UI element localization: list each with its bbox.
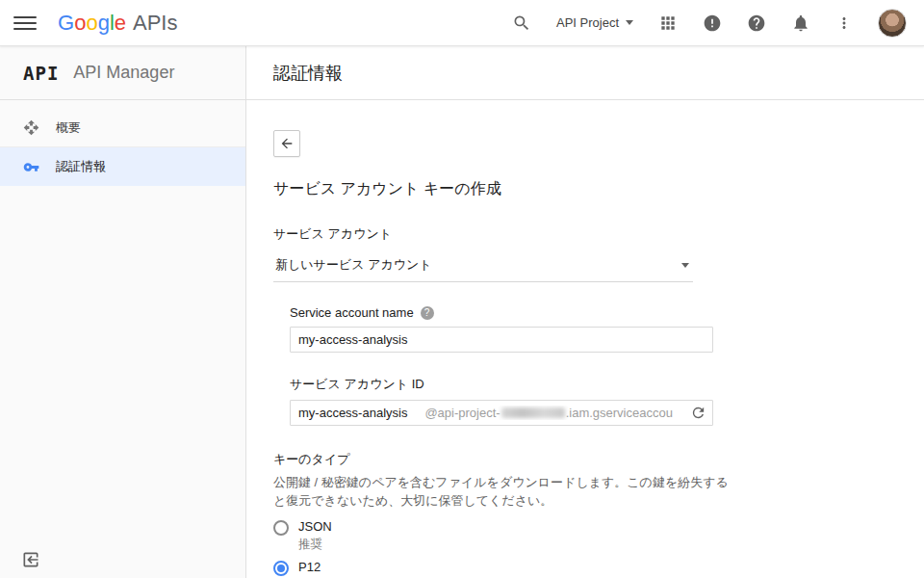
sidebar-item-credentials[interactable]: 認証情報 — [0, 147, 245, 186]
service-account-section: サービス アカウント 新しいサービス アカウント Service account… — [273, 225, 897, 426]
page-header: 認証情報 — [246, 46, 924, 100]
service-account-label: サービス アカウント — [273, 225, 897, 243]
arrow-back-icon — [279, 136, 295, 151]
overview-icon — [23, 119, 39, 136]
logo-letter: G — [58, 11, 74, 36]
page-header-title: 認証情報 — [273, 62, 343, 85]
key-type-description: 公開鍵 / 秘密鍵のペアを含むファイルをダウンロードします。この鍵を紛失すると復… — [273, 474, 733, 511]
service-account-name-input[interactable] — [290, 327, 713, 353]
service-account-id-label: サービス アカウント ID — [290, 376, 424, 393]
main-area: 認証情報 サービス アカウント キーの作成 サービス アカウント 新しいサービス… — [246, 46, 924, 578]
chevron-down-icon — [626, 20, 633, 25]
refresh-icon[interactable] — [690, 405, 706, 421]
help-icon[interactable]: ? — [421, 306, 434, 320]
sidebar-title: API Manager — [73, 63, 174, 83]
service-account-name-label: Service account name — [290, 305, 414, 320]
content: サービス アカウント キーの作成 サービス アカウント 新しいサービス アカウン… — [246, 100, 924, 578]
logo-suffix: APIs — [133, 11, 177, 36]
collapse-sidebar-icon[interactable] — [21, 550, 40, 569]
radio-option-label: JSON — [298, 519, 332, 534]
project-selector[interactable]: API Project — [556, 15, 633, 30]
sidebar-item-overview[interactable]: 概要 — [0, 109, 245, 147]
id-domain-suffix: .iam.gserviceaccou — [566, 406, 673, 420]
avatar[interactable] — [878, 9, 907, 38]
sidebar-item-label: 概要 — [56, 119, 81, 137]
key-type-label: キーのタイプ — [273, 451, 897, 468]
radio-option-description: 推奨 — [298, 537, 332, 553]
radio-icon-selected[interactable] — [273, 561, 289, 576]
apps-grid-icon[interactable] — [658, 13, 678, 33]
service-account-id-value: my-access-analysis — [298, 406, 407, 420]
service-account-id-domain: @api-project- .iam.gserviceaccou — [424, 406, 673, 420]
blurred-project-number — [501, 407, 565, 418]
service-account-id-field[interactable]: my-access-analysis @api-project- .iam.gs… — [290, 400, 713, 426]
sidebar-header: API API Manager — [0, 46, 245, 100]
back-button[interactable] — [273, 130, 300, 157]
google-apis-logo: G o o g l e APIs — [58, 11, 177, 36]
id-domain-prefix: @api-project- — [424, 406, 500, 420]
service-account-select[interactable]: 新しいサービス アカウント — [273, 251, 693, 282]
topbar: G o o g l e APIs API Project — [0, 0, 924, 46]
radio-option-json[interactable]: JSON 推奨 — [273, 519, 897, 553]
key-type-section: キーのタイプ 公開鍵 / 秘密鍵のペアを含むファイルをダウンロードします。この鍵… — [273, 451, 897, 578]
sidebar: API API Manager 概要 認証情報 — [0, 46, 246, 578]
help-icon[interactable] — [747, 13, 766, 33]
logo-letter: e — [115, 11, 126, 36]
more-vert-icon[interactable] — [835, 13, 853, 33]
logo-letter: g — [98, 11, 110, 36]
page-title: サービス アカウント キーの作成 — [273, 179, 897, 199]
radio-option-p12[interactable]: P12 P12 形式を使用したコードとの下位互換性を目的としています — [273, 560, 897, 578]
radio-option-label: P12 — [298, 560, 640, 574]
notifications-bell-icon[interactable] — [791, 13, 810, 33]
logo-letter: o — [86, 11, 97, 36]
key-type-options: JSON 推奨 P12 P12 形式を使用したコードとの下位互換性を目的としてい… — [273, 519, 897, 578]
chevron-down-icon — [681, 263, 689, 268]
menu-icon[interactable] — [13, 12, 37, 35]
sidebar-item-label: 認証情報 — [56, 158, 106, 175]
key-icon — [23, 159, 39, 175]
search-icon[interactable] — [512, 13, 531, 33]
service-account-selected-option: 新しいサービス アカウント — [275, 256, 432, 274]
logo-letter: o — [74, 11, 86, 36]
radio-icon[interactable] — [273, 520, 289, 536]
feedback-icon[interactable] — [703, 13, 722, 33]
sidebar-nav: 概要 認証情報 — [0, 100, 245, 186]
project-selector-label: API Project — [556, 15, 619, 30]
api-logo: API — [23, 63, 59, 84]
